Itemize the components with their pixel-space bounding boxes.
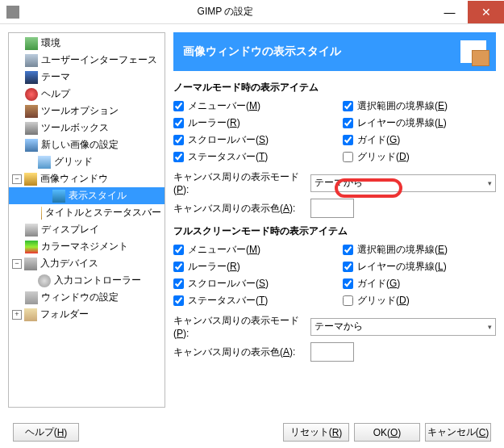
tree-item-icon xyxy=(25,122,38,135)
checkbox-full-grid-3[interactable]: レイヤーの境界線(L) xyxy=(343,260,496,274)
tree-item-icon xyxy=(25,37,38,50)
tree-item-icon xyxy=(38,274,51,287)
tree-item-icon xyxy=(25,71,38,84)
checkbox-label: メニューバー(M) xyxy=(188,99,260,113)
tree-item-label: ディスプレイ xyxy=(41,223,99,237)
canvas-mode-select-full[interactable]: テーマから▾ xyxy=(310,318,496,336)
tree-item-label: ツールオプション xyxy=(41,104,119,118)
checkbox-full-grid-2[interactable]: ルーラー(R) xyxy=(173,260,335,274)
titlebar: GIMP の設定 — ✕ xyxy=(0,0,504,24)
checkbox-input[interactable] xyxy=(343,262,353,272)
tree-expander-icon[interactable]: + xyxy=(12,310,22,320)
tree-expander-icon[interactable]: − xyxy=(12,174,22,184)
checkbox-normal-grid-0[interactable]: メニューバー(M) xyxy=(173,99,335,113)
window-title: GIMP の設定 xyxy=(19,5,431,19)
sidebar-item-13[interactable]: −入力デバイス xyxy=(9,255,165,272)
close-button[interactable]: ✕ xyxy=(468,1,504,23)
checkbox-input[interactable] xyxy=(343,118,353,128)
checkbox-label: スクロールバー(S) xyxy=(188,133,269,147)
sidebar-item-12[interactable]: カラーマネジメント xyxy=(9,238,165,255)
checkbox-label: レイヤーの境界線(L) xyxy=(357,116,447,130)
checkbox-input[interactable] xyxy=(173,101,184,111)
tree-item-label: ヘルプ xyxy=(41,87,70,101)
tree-item-label: ユーザーインターフェース xyxy=(41,53,157,67)
chevron-down-icon: ▾ xyxy=(488,323,492,331)
canvas-mode-select[interactable]: テーマから▾ xyxy=(310,174,496,192)
sidebar-item-9[interactable]: 表示スタイル xyxy=(9,187,165,204)
checkbox-full-grid-0[interactable]: メニューバー(M) xyxy=(173,243,335,257)
checkbox-label: ルーラー(R) xyxy=(188,260,240,274)
checkbox-input[interactable] xyxy=(343,278,353,289)
ok-button[interactable]: OK(O) xyxy=(354,423,420,442)
tree-item-label: テーマ xyxy=(41,70,70,84)
canvas-color-swatch-full[interactable] xyxy=(310,342,354,362)
checkbox-input[interactable] xyxy=(343,135,353,145)
checkbox-input[interactable] xyxy=(343,101,353,111)
checkbox-input[interactable] xyxy=(343,245,353,255)
sidebar-item-15[interactable]: ウィンドウの設定 xyxy=(9,289,165,306)
checkbox-full-grid-7[interactable]: グリッド(D) xyxy=(343,294,496,308)
checkbox-input[interactable] xyxy=(343,295,353,306)
checkbox-label: ステータスバー(T) xyxy=(188,294,268,308)
checkbox-normal-grid-2[interactable]: ルーラー(R) xyxy=(173,116,335,130)
checkbox-input[interactable] xyxy=(173,118,184,128)
sidebar-item-2[interactable]: テーマ xyxy=(9,69,165,86)
sidebar-item-1[interactable]: ユーザーインターフェース xyxy=(9,52,165,69)
sidebar-item-0[interactable]: 環境 xyxy=(9,35,165,52)
tree-item-label: 画像ウィンドウ xyxy=(40,172,108,186)
checkbox-full-grid-1[interactable]: 選択範囲の境界線(E) xyxy=(343,243,496,257)
sidebar-item-8[interactable]: −画像ウィンドウ xyxy=(9,170,165,187)
sidebar-item-7[interactable]: グリッド xyxy=(9,153,165,170)
checkbox-full-grid-6[interactable]: ステータスバー(T) xyxy=(173,294,335,308)
sidebar-item-14[interactable]: 入力コントローラー xyxy=(9,272,165,289)
checkbox-full-grid-4[interactable]: スクロールバー(S) xyxy=(173,277,335,291)
checkbox-input[interactable] xyxy=(173,245,184,255)
tree-item-label: 表示スタイル xyxy=(69,189,127,203)
checkbox-input[interactable] xyxy=(173,278,184,289)
main-panel: 画像ウィンドウの表示スタイル ノーマルモード時の表示アイテム メニューバー(M)… xyxy=(165,32,496,408)
chevron-down-icon: ▾ xyxy=(488,179,492,187)
checkbox-label: ガイド(G) xyxy=(357,133,400,147)
tree-item-label: 入力デバイス xyxy=(40,257,98,270)
sidebar-item-6[interactable]: 新しい画像の設定 xyxy=(9,136,165,153)
checkbox-normal-grid-4[interactable]: スクロールバー(S) xyxy=(173,133,335,147)
panel-header: 画像ウィンドウの表示スタイル xyxy=(173,32,496,71)
preferences-tree[interactable]: 環境ユーザーインターフェーステーマヘルプツールオプションツールボックス新しい画像… xyxy=(8,32,165,408)
sidebar-item-4[interactable]: ツールオプション xyxy=(9,103,165,119)
cancel-button[interactable]: キャンセル(C) xyxy=(425,423,491,442)
help-button[interactable]: ヘルプ(H) xyxy=(13,423,79,442)
sidebar-item-5[interactable]: ツールボックス xyxy=(9,119,165,136)
sidebar-item-3[interactable]: ヘルプ xyxy=(9,86,165,103)
canvas-color-swatch[interactable] xyxy=(310,199,354,218)
minimize-button[interactable]: — xyxy=(431,1,468,23)
checkbox-input[interactable] xyxy=(173,295,184,306)
checkbox-normal-grid-6[interactable]: ステータスバー(T) xyxy=(173,150,335,164)
checkbox-input[interactable] xyxy=(343,152,353,162)
checkbox-full-grid-5[interactable]: ガイド(G) xyxy=(343,277,496,291)
tree-item-icon xyxy=(24,173,37,186)
tree-item-icon xyxy=(25,105,38,118)
tree-item-icon xyxy=(25,88,38,101)
reset-button[interactable]: リセット(R) xyxy=(283,423,349,442)
checkbox-input[interactable] xyxy=(173,135,184,145)
tree-item-icon xyxy=(25,241,38,253)
checkbox-normal-grid-5[interactable]: ガイド(G) xyxy=(343,133,496,147)
checkbox-label: グリッド(D) xyxy=(357,294,410,308)
sidebar-item-11[interactable]: ディスプレイ xyxy=(9,221,165,238)
tree-item-label: カラーマネジメント xyxy=(41,240,128,253)
sidebar-item-16[interactable]: +フォルダー xyxy=(9,306,165,323)
section-normal-title: ノーマルモード時の表示アイテム xyxy=(173,81,496,94)
tree-expander-icon[interactable]: − xyxy=(12,259,22,269)
checkbox-label: 選択範囲の境界線(E) xyxy=(357,243,448,257)
tree-item-label: ウィンドウの設定 xyxy=(41,291,119,304)
tree-item-label: 新しい画像の設定 xyxy=(41,138,119,152)
checkbox-normal-grid-1[interactable]: 選択範囲の境界線(E) xyxy=(343,99,496,113)
sidebar-item-10[interactable]: タイトルとステータスバー xyxy=(9,204,165,221)
checkbox-normal-grid-3[interactable]: レイヤーの境界線(L) xyxy=(343,116,496,130)
checkbox-normal-grid-7[interactable]: グリッド(D) xyxy=(343,150,496,164)
tree-item-icon xyxy=(25,54,38,67)
checkbox-label: ルーラー(R) xyxy=(188,116,240,130)
checkbox-input[interactable] xyxy=(173,262,184,272)
checkbox-label: ガイド(G) xyxy=(357,277,400,291)
checkbox-input[interactable] xyxy=(173,152,184,162)
